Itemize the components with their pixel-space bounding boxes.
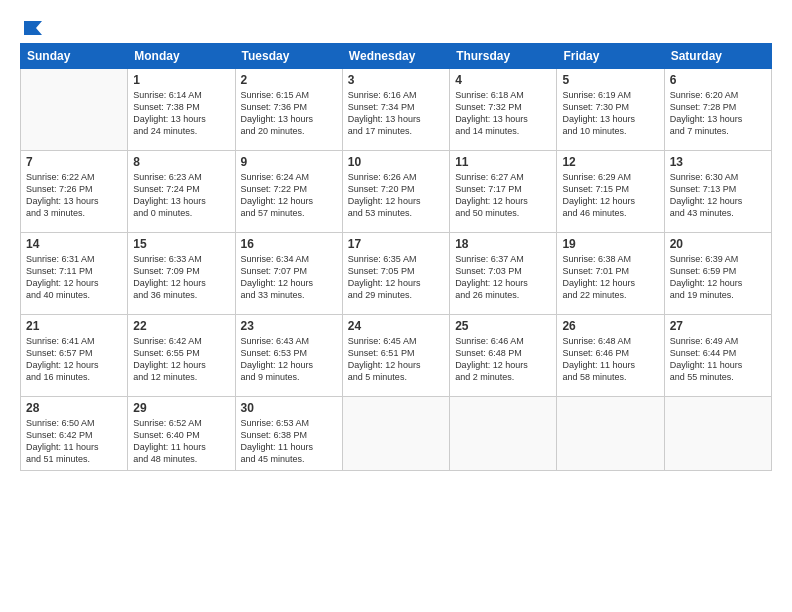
weekday-header-wednesday: Wednesday: [342, 44, 449, 69]
day-info: Sunrise: 6:38 AMSunset: 7:01 PMDaylight:…: [562, 253, 658, 302]
calendar-cell: 26Sunrise: 6:48 AMSunset: 6:46 PMDayligh…: [557, 315, 664, 397]
calendar-cell: 5Sunrise: 6:19 AMSunset: 7:30 PMDaylight…: [557, 69, 664, 151]
day-info: Sunrise: 6:43 AMSunset: 6:53 PMDaylight:…: [241, 335, 337, 384]
calendar-cell: 2Sunrise: 6:15 AMSunset: 7:36 PMDaylight…: [235, 69, 342, 151]
day-info: Sunrise: 6:52 AMSunset: 6:40 PMDaylight:…: [133, 417, 229, 466]
day-number: 26: [562, 319, 658, 333]
calendar-week-row: 28Sunrise: 6:50 AMSunset: 6:42 PMDayligh…: [21, 397, 772, 471]
calendar-cell: 28Sunrise: 6:50 AMSunset: 6:42 PMDayligh…: [21, 397, 128, 471]
day-info: Sunrise: 6:46 AMSunset: 6:48 PMDaylight:…: [455, 335, 551, 384]
calendar-cell: 4Sunrise: 6:18 AMSunset: 7:32 PMDaylight…: [450, 69, 557, 151]
svg-marker-0: [24, 21, 42, 35]
day-info: Sunrise: 6:16 AMSunset: 7:34 PMDaylight:…: [348, 89, 444, 138]
weekday-header-thursday: Thursday: [450, 44, 557, 69]
calendar-cell: 13Sunrise: 6:30 AMSunset: 7:13 PMDayligh…: [664, 151, 771, 233]
weekday-header-row: SundayMondayTuesdayWednesdayThursdayFrid…: [21, 44, 772, 69]
day-info: Sunrise: 6:33 AMSunset: 7:09 PMDaylight:…: [133, 253, 229, 302]
calendar-table: SundayMondayTuesdayWednesdayThursdayFrid…: [20, 43, 772, 471]
calendar-week-row: 1Sunrise: 6:14 AMSunset: 7:38 PMDaylight…: [21, 69, 772, 151]
day-info: Sunrise: 6:26 AMSunset: 7:20 PMDaylight:…: [348, 171, 444, 220]
day-number: 3: [348, 73, 444, 87]
calendar-cell: 30Sunrise: 6:53 AMSunset: 6:38 PMDayligh…: [235, 397, 342, 471]
calendar-cell: 24Sunrise: 6:45 AMSunset: 6:51 PMDayligh…: [342, 315, 449, 397]
weekday-header-saturday: Saturday: [664, 44, 771, 69]
day-number: 16: [241, 237, 337, 251]
calendar-cell: 16Sunrise: 6:34 AMSunset: 7:07 PMDayligh…: [235, 233, 342, 315]
day-info: Sunrise: 6:15 AMSunset: 7:36 PMDaylight:…: [241, 89, 337, 138]
day-info: Sunrise: 6:22 AMSunset: 7:26 PMDaylight:…: [26, 171, 122, 220]
calendar-cell: [21, 69, 128, 151]
calendar-week-row: 14Sunrise: 6:31 AMSunset: 7:11 PMDayligh…: [21, 233, 772, 315]
day-info: Sunrise: 6:34 AMSunset: 7:07 PMDaylight:…: [241, 253, 337, 302]
calendar-cell: 23Sunrise: 6:43 AMSunset: 6:53 PMDayligh…: [235, 315, 342, 397]
weekday-header-tuesday: Tuesday: [235, 44, 342, 69]
day-number: 4: [455, 73, 551, 87]
calendar-cell: 17Sunrise: 6:35 AMSunset: 7:05 PMDayligh…: [342, 233, 449, 315]
calendar-week-row: 21Sunrise: 6:41 AMSunset: 6:57 PMDayligh…: [21, 315, 772, 397]
day-info: Sunrise: 6:29 AMSunset: 7:15 PMDaylight:…: [562, 171, 658, 220]
day-number: 2: [241, 73, 337, 87]
calendar-cell: 15Sunrise: 6:33 AMSunset: 7:09 PMDayligh…: [128, 233, 235, 315]
day-number: 21: [26, 319, 122, 333]
weekday-header-friday: Friday: [557, 44, 664, 69]
day-info: Sunrise: 6:30 AMSunset: 7:13 PMDaylight:…: [670, 171, 766, 220]
calendar-cell: 22Sunrise: 6:42 AMSunset: 6:55 PMDayligh…: [128, 315, 235, 397]
day-number: 8: [133, 155, 229, 169]
calendar-cell: 12Sunrise: 6:29 AMSunset: 7:15 PMDayligh…: [557, 151, 664, 233]
day-number: 10: [348, 155, 444, 169]
day-info: Sunrise: 6:18 AMSunset: 7:32 PMDaylight:…: [455, 89, 551, 138]
day-info: Sunrise: 6:24 AMSunset: 7:22 PMDaylight:…: [241, 171, 337, 220]
day-info: Sunrise: 6:23 AMSunset: 7:24 PMDaylight:…: [133, 171, 229, 220]
day-info: Sunrise: 6:14 AMSunset: 7:38 PMDaylight:…: [133, 89, 229, 138]
header-area: [20, 15, 772, 35]
day-number: 12: [562, 155, 658, 169]
day-number: 1: [133, 73, 229, 87]
calendar-cell: 6Sunrise: 6:20 AMSunset: 7:28 PMDaylight…: [664, 69, 771, 151]
day-number: 5: [562, 73, 658, 87]
day-number: 14: [26, 237, 122, 251]
calendar-cell: 11Sunrise: 6:27 AMSunset: 7:17 PMDayligh…: [450, 151, 557, 233]
day-info: Sunrise: 6:41 AMSunset: 6:57 PMDaylight:…: [26, 335, 122, 384]
day-info: Sunrise: 6:19 AMSunset: 7:30 PMDaylight:…: [562, 89, 658, 138]
day-info: Sunrise: 6:48 AMSunset: 6:46 PMDaylight:…: [562, 335, 658, 384]
calendar-cell: [450, 397, 557, 471]
day-info: Sunrise: 6:53 AMSunset: 6:38 PMDaylight:…: [241, 417, 337, 466]
day-number: 28: [26, 401, 122, 415]
calendar-cell: 19Sunrise: 6:38 AMSunset: 7:01 PMDayligh…: [557, 233, 664, 315]
calendar-container: SundayMondayTuesdayWednesdayThursdayFrid…: [0, 0, 792, 612]
day-number: 27: [670, 319, 766, 333]
weekday-header-monday: Monday: [128, 44, 235, 69]
calendar-cell: 21Sunrise: 6:41 AMSunset: 6:57 PMDayligh…: [21, 315, 128, 397]
calendar-cell: 10Sunrise: 6:26 AMSunset: 7:20 PMDayligh…: [342, 151, 449, 233]
day-info: Sunrise: 6:42 AMSunset: 6:55 PMDaylight:…: [133, 335, 229, 384]
day-info: Sunrise: 6:27 AMSunset: 7:17 PMDaylight:…: [455, 171, 551, 220]
calendar-cell: 29Sunrise: 6:52 AMSunset: 6:40 PMDayligh…: [128, 397, 235, 471]
calendar-cell: 1Sunrise: 6:14 AMSunset: 7:38 PMDaylight…: [128, 69, 235, 151]
calendar-cell: [557, 397, 664, 471]
day-number: 23: [241, 319, 337, 333]
day-info: Sunrise: 6:45 AMSunset: 6:51 PMDaylight:…: [348, 335, 444, 384]
calendar-cell: 27Sunrise: 6:49 AMSunset: 6:44 PMDayligh…: [664, 315, 771, 397]
calendar-cell: 9Sunrise: 6:24 AMSunset: 7:22 PMDaylight…: [235, 151, 342, 233]
calendar-week-row: 7Sunrise: 6:22 AMSunset: 7:26 PMDaylight…: [21, 151, 772, 233]
day-number: 25: [455, 319, 551, 333]
calendar-cell: 7Sunrise: 6:22 AMSunset: 7:26 PMDaylight…: [21, 151, 128, 233]
day-info: Sunrise: 6:35 AMSunset: 7:05 PMDaylight:…: [348, 253, 444, 302]
day-number: 13: [670, 155, 766, 169]
day-number: 18: [455, 237, 551, 251]
day-number: 11: [455, 155, 551, 169]
day-number: 9: [241, 155, 337, 169]
day-number: 7: [26, 155, 122, 169]
day-number: 20: [670, 237, 766, 251]
day-number: 17: [348, 237, 444, 251]
calendar-cell: 20Sunrise: 6:39 AMSunset: 6:59 PMDayligh…: [664, 233, 771, 315]
day-info: Sunrise: 6:37 AMSunset: 7:03 PMDaylight:…: [455, 253, 551, 302]
day-info: Sunrise: 6:39 AMSunset: 6:59 PMDaylight:…: [670, 253, 766, 302]
day-number: 24: [348, 319, 444, 333]
day-info: Sunrise: 6:49 AMSunset: 6:44 PMDaylight:…: [670, 335, 766, 384]
day-number: 29: [133, 401, 229, 415]
day-info: Sunrise: 6:20 AMSunset: 7:28 PMDaylight:…: [670, 89, 766, 138]
calendar-cell: [342, 397, 449, 471]
weekday-header-sunday: Sunday: [21, 44, 128, 69]
calendar-cell: [664, 397, 771, 471]
